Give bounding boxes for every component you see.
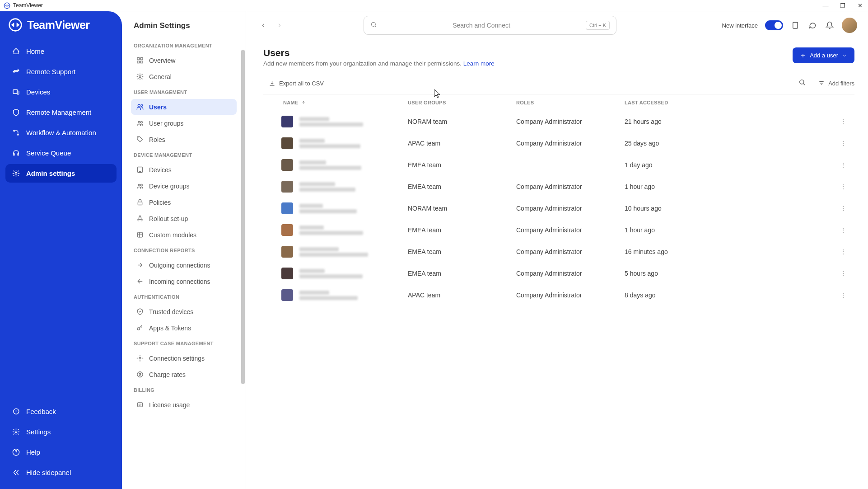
user-role-cell: Company Administrator — [516, 226, 625, 234]
nav-item-help[interactable]: Help — [5, 443, 117, 461]
search-icon — [370, 21, 377, 30]
table-row[interactable]: APAC team Company Administrator 25 days … — [263, 132, 854, 154]
sidebar-item-outgoing-connections[interactable]: Outgoing connections — [131, 257, 237, 273]
window-titlebar: TeamViewer — ❐ ✕ — [0, 0, 868, 11]
shield-icon — [12, 108, 20, 116]
device-icon[interactable] — [790, 20, 800, 30]
last-accessed-cell: 1 hour ago — [625, 183, 832, 190]
table-search-icon[interactable] — [798, 79, 806, 88]
sidebar-item-label: Rollout set-up — [149, 215, 188, 222]
primary-sidebar: TeamViewer HomeRemote SupportDevicesRemo… — [0, 11, 122, 489]
nav-back-button[interactable] — [257, 19, 270, 32]
sidebar-item-apps-tokens[interactable]: Apps & Tokens — [131, 320, 237, 336]
column-name[interactable]: NAME — [263, 100, 408, 105]
learn-more-link[interactable]: Learn more — [463, 60, 495, 67]
user-avatar-small — [281, 289, 293, 301]
bell-icon[interactable] — [825, 20, 835, 30]
sidebar-item-roles[interactable]: Roles — [131, 132, 237, 147]
nav-item-settings[interactable]: Settings — [5, 423, 117, 441]
nav-label: Admin settings — [26, 169, 75, 177]
group-label: SUPPORT CASE MANAGEMENT — [131, 336, 237, 350]
sidebar-item-trusted-devices[interactable]: Trusted devices — [131, 304, 237, 320]
nav-item-hide-sidepanel[interactable]: Hide sidepanel — [5, 463, 117, 482]
table-row[interactable]: EMEA team Company Administrator 5 hours … — [263, 263, 854, 284]
sidebar-item-users[interactable]: Users — [131, 99, 237, 115]
user-avatar-small — [281, 246, 293, 258]
table-row[interactable]: EMEA team Company Administrator 16 minut… — [263, 241, 854, 263]
row-actions-button[interactable]: ⋮ — [832, 140, 854, 147]
nav-label: Workflow & Automation — [26, 129, 96, 136]
table-row[interactable]: EMEA team Company Administrator 1 hour a… — [263, 219, 854, 241]
app-icon — [4, 2, 10, 9]
nav-label: Remote Support — [26, 68, 75, 75]
row-actions-button[interactable]: ⋮ — [832, 183, 854, 190]
window-minimize-icon[interactable]: — — [821, 2, 830, 9]
table-row[interactable]: APAC team Company Administrator 8 days a… — [263, 284, 854, 306]
sidebar-item-incoming-connections[interactable]: Incoming connections — [131, 273, 237, 289]
row-actions-button[interactable]: ⋮ — [832, 292, 854, 299]
nav-label: Home — [26, 47, 44, 55]
chat-icon[interactable] — [807, 20, 817, 30]
nav-item-remote-support[interactable]: Remote Support — [5, 62, 117, 81]
nav-item-admin-settings[interactable]: Admin settings — [5, 164, 117, 183]
home-icon — [12, 47, 20, 55]
sidebar-item-devices[interactable]: Devices — [131, 162, 237, 178]
user-name-redacted — [299, 204, 357, 213]
table-row[interactable]: EMEA team 1 day ago ⋮ — [263, 154, 854, 176]
svg-point-19 — [140, 184, 142, 186]
sidebar-item-overview[interactable]: Overview — [131, 52, 237, 68]
nav-forward-button[interactable] — [273, 19, 286, 32]
nav-item-devices[interactable]: Devices — [5, 83, 117, 101]
user-name-redacted — [299, 226, 363, 235]
export-csv-button[interactable]: Export all to CSV — [263, 80, 324, 87]
sidebar-item-charge-rates[interactable]: Charge rates — [131, 367, 237, 382]
sidebar-item-device-groups[interactable]: Device groups — [131, 178, 237, 194]
row-actions-button[interactable]: ⋮ — [832, 248, 854, 255]
new-interface-toggle[interactable] — [765, 20, 783, 30]
nav-item-home[interactable]: Home — [5, 42, 117, 61]
column-groups[interactable]: USER GROUPS — [408, 100, 516, 105]
column-last-accessed[interactable]: LAST ACCESSED — [625, 100, 832, 105]
secondary-scrollbar[interactable] — [241, 50, 245, 443]
help-icon — [12, 448, 20, 456]
sidebar-item-general[interactable]: General — [131, 69, 237, 85]
new-interface-label: New interface — [722, 22, 758, 29]
sidebar-item-custom-modules[interactable]: Custom modules — [131, 227, 237, 243]
sidebar-item-user-groups[interactable]: User groups — [131, 115, 237, 131]
row-actions-button[interactable]: ⋮ — [832, 161, 854, 169]
nav-item-service-queue[interactable]: Service Queue — [5, 144, 117, 162]
row-actions-button[interactable]: ⋮ — [832, 270, 854, 277]
nav-item-feedback[interactable]: Feedback — [5, 402, 117, 421]
row-actions-button[interactable]: ⋮ — [832, 205, 854, 212]
column-roles[interactable]: ROLES — [516, 100, 625, 105]
table-row[interactable]: NORAM team Company Administrator 10 hour… — [263, 197, 854, 219]
user-avatar[interactable] — [842, 18, 857, 33]
primary-nav: HomeRemote SupportDevicesRemote Manageme… — [0, 40, 122, 184]
brand-logo: TeamViewer — [0, 11, 122, 40]
window-maximize-icon[interactable]: ❐ — [838, 2, 847, 9]
svg-rect-27 — [793, 22, 798, 28]
sidebar-item-label: Users — [149, 103, 167, 111]
sidebar-item-policies[interactable]: Policies — [131, 194, 237, 210]
last-accessed-cell: 21 hours ago — [625, 118, 832, 125]
group-label: BILLING — [131, 383, 237, 396]
search-input[interactable]: Search and Connect Ctrl + K — [364, 16, 616, 35]
svg-point-23 — [139, 357, 141, 359]
window-close-icon[interactable]: ✕ — [855, 2, 864, 9]
nav-item-workflow-automation[interactable]: Workflow & Automation — [5, 123, 117, 142]
sidebar-item-connection-settings[interactable]: Connection settings — [131, 350, 237, 366]
export-icon — [269, 80, 275, 87]
user-role-cell: Company Administrator — [516, 183, 625, 190]
row-actions-button[interactable]: ⋮ — [832, 226, 854, 234]
sidebar-item-license-usage[interactable]: License usage — [131, 397, 237, 413]
sidebar-item-rollout-set-up[interactable]: Rollout set-up — [131, 211, 237, 226]
sidebar-item-label: Custom modules — [149, 231, 196, 239]
table-row[interactable]: EMEA team Company Administrator 1 hour a… — [263, 176, 854, 197]
add-user-button[interactable]: Add a user — [793, 47, 854, 63]
row-actions-button[interactable]: ⋮ — [832, 118, 854, 125]
gear-icon — [12, 169, 20, 177]
table-row[interactable]: NORAM team Company Administrator 21 hour… — [263, 111, 854, 132]
nav-label: Settings — [26, 428, 51, 436]
nav-item-remote-management[interactable]: Remote Management — [5, 103, 117, 122]
add-filters-button[interactable]: Add filters — [818, 80, 854, 87]
